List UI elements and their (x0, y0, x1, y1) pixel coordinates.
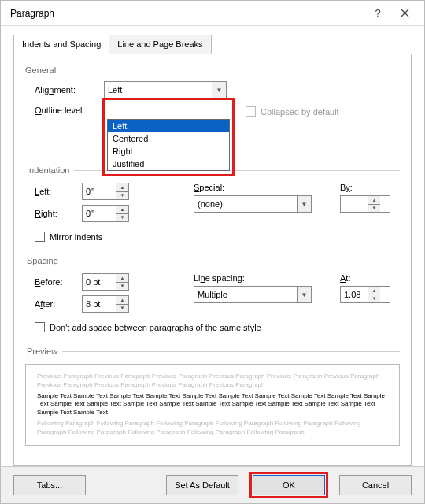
before-spinner[interactable]: ▲▼ (82, 273, 129, 291)
tab-panel: General Alignment: Left ▼ Outline level:… (13, 54, 412, 466)
button-bar: Tabs... Set As Default OK Cancel (1, 466, 424, 503)
alignment-label: Alignment: (35, 85, 104, 94)
tab-line-page-breaks[interactable]: Line and Page Breaks (109, 35, 211, 54)
spin-up-icon[interactable]: ▲ (368, 287, 380, 295)
indent-right-label: Right: (35, 209, 82, 218)
paragraph-dialog: Paragraph ? Indents and Spacing Line and… (0, 0, 425, 504)
checkbox-icon (246, 106, 256, 117)
checkbox-icon (35, 232, 45, 242)
tab-strip: Indents and Spacing Line and Page Breaks (13, 34, 412, 54)
spin-up-icon[interactable]: ▲ (368, 196, 380, 205)
spin-up-icon[interactable]: ▲ (116, 183, 128, 192)
help-button[interactable]: ? (364, 4, 391, 23)
alignment-value: Left (108, 85, 122, 94)
chevron-down-icon: ▼ (212, 82, 226, 98)
alignment-option-right[interactable]: Right (108, 145, 229, 158)
at-value[interactable] (341, 287, 368, 302)
by-label: By: (340, 183, 397, 192)
indentation-heading: Indentation (25, 165, 74, 175)
spin-up-icon[interactable]: ▲ (116, 206, 128, 214)
dialog-title: Paragraph (10, 8, 364, 19)
indent-right-value[interactable] (83, 206, 116, 221)
set-default-button[interactable]: Set As Default (166, 475, 238, 495)
special-combo[interactable]: (none) ▼ (194, 195, 312, 213)
alignment-option-centered[interactable]: Centered (108, 132, 229, 145)
alignment-option-left[interactable]: Left (108, 120, 229, 132)
general-heading: General (25, 65, 400, 75)
spin-up-icon[interactable]: ▲ (116, 296, 128, 305)
by-spinner[interactable]: ▲▼ (340, 195, 390, 213)
line-spacing-value: Multiple (198, 290, 227, 299)
mirror-indents-checkbox[interactable]: Mirror indents (35, 232, 400, 242)
checkbox-icon (35, 322, 45, 332)
spin-down-icon[interactable]: ▼ (116, 283, 128, 291)
at-spinner[interactable]: ▲▼ (340, 286, 390, 303)
spin-down-icon[interactable]: ▼ (368, 205, 380, 213)
before-value[interactable] (83, 274, 116, 290)
cancel-button[interactable]: Cancel (339, 475, 412, 495)
alignment-dropdown[interactable]: Left Centered Right Justified (107, 119, 230, 171)
after-value[interactable] (83, 296, 116, 312)
spacing-heading: Spacing (25, 256, 63, 265)
preview-before: Previous Paragraph Previous Paragraph Pr… (37, 372, 388, 390)
chevron-down-icon: ▼ (297, 287, 311, 302)
after-spinner[interactable]: ▲▼ (82, 295, 129, 313)
preview-heading: Preview (25, 346, 62, 356)
spin-down-icon[interactable]: ▼ (368, 295, 380, 303)
indent-left-spinner[interactable]: ▲▼ (82, 183, 129, 200)
at-label: At: (340, 273, 397, 283)
tab-indents-spacing[interactable]: Indents and Spacing (13, 35, 109, 54)
alignment-option-justified[interactable]: Justified (108, 158, 229, 170)
spin-up-icon[interactable]: ▲ (116, 274, 128, 283)
preview-sample: Sample Text Sample Text Sample Text Samp… (37, 392, 388, 417)
indent-right-spinner[interactable]: ▲▼ (82, 205, 129, 222)
indent-left-value[interactable] (83, 183, 116, 199)
by-value[interactable] (341, 196, 368, 212)
close-button[interactable] (391, 4, 418, 23)
tabs-button[interactable]: Tabs... (13, 475, 86, 495)
spin-down-icon[interactable]: ▼ (116, 192, 128, 200)
spin-down-icon[interactable]: ▼ (116, 305, 128, 313)
special-value: (none) (198, 199, 223, 209)
alignment-combo[interactable]: Left ▼ (104, 81, 227, 98)
preview-after: Following Paragraph Following Paragraph … (37, 420, 388, 437)
titlebar: Paragraph ? (1, 1, 424, 26)
special-label: Special: (194, 183, 312, 192)
line-spacing-combo[interactable]: Multiple ▼ (194, 286, 312, 303)
chevron-down-icon: ▼ (297, 196, 311, 212)
dont-add-space-checkbox[interactable]: Don't add space between paragraphs of th… (35, 322, 400, 332)
preview-box: Previous Paragraph Previous Paragraph Pr… (25, 364, 400, 446)
after-label: After: (35, 299, 82, 309)
spin-down-icon[interactable]: ▼ (116, 214, 128, 222)
indent-left-label: Left: (35, 187, 82, 196)
before-label: Before: (35, 277, 82, 287)
outline-label: Outline level: (35, 106, 104, 115)
line-spacing-label: Line spacing: (194, 273, 312, 283)
collapsed-checkbox: Collapsed by default (246, 106, 339, 117)
ok-button[interactable]: OK (253, 475, 325, 495)
